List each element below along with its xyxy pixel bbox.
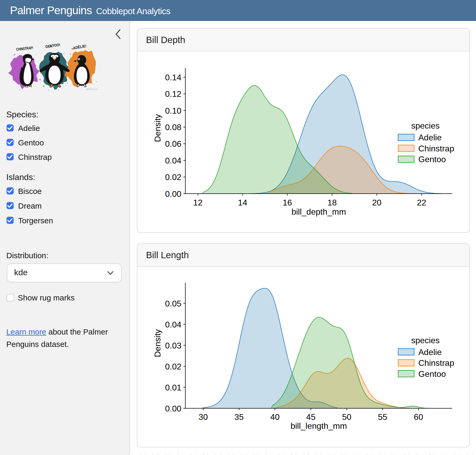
- svg-text:Gentoo: Gentoo: [418, 155, 446, 164]
- svg-text:Density: Density: [153, 329, 162, 357]
- svg-text:0.04: 0.04: [165, 320, 181, 329]
- svg-text:0.08: 0.08: [165, 123, 181, 132]
- svg-text:50: 50: [342, 412, 351, 422]
- svg-text:22: 22: [417, 198, 426, 207]
- svg-text:GENTOO!: GENTOO!: [45, 43, 61, 49]
- svg-text:0.03: 0.03: [165, 341, 181, 350]
- svg-text:55: 55: [378, 412, 387, 422]
- svg-text:45: 45: [306, 412, 316, 422]
- svg-text:Gentoo: Gentoo: [418, 369, 446, 379]
- svg-text:Density: Density: [153, 114, 162, 142]
- svg-text:35: 35: [234, 412, 244, 422]
- svg-text:0.04: 0.04: [165, 156, 181, 165]
- svg-text:species: species: [411, 121, 440, 130]
- svg-text:CHINSTRAP!: CHINSTRAP!: [16, 46, 33, 52]
- svg-text:18: 18: [327, 198, 337, 207]
- svg-text:0.00: 0.00: [165, 404, 181, 413]
- svg-text:12: 12: [193, 198, 203, 207]
- svg-text:14: 14: [238, 198, 247, 207]
- svg-text:@allison_horst: @allison_horst: [86, 88, 98, 90]
- svg-text:Adelie: Adelie: [418, 347, 442, 357]
- svg-text:0.02: 0.02: [165, 172, 181, 182]
- svg-text:0.14: 0.14: [165, 73, 181, 82]
- svg-text:0.02: 0.02: [165, 362, 181, 371]
- svg-text:40: 40: [270, 412, 280, 422]
- svg-text:0.10: 0.10: [165, 106, 181, 115]
- svg-text:species: species: [411, 336, 440, 345]
- svg-text:bill_length_mm: bill_length_mm: [290, 421, 347, 431]
- svg-text:16: 16: [283, 198, 292, 207]
- svg-text:0.00: 0.00: [165, 189, 181, 199]
- svg-text:30: 30: [198, 412, 208, 422]
- svg-text:60: 60: [414, 412, 423, 422]
- svg-text:0.12: 0.12: [165, 89, 181, 99]
- svg-text:0.06: 0.06: [165, 139, 181, 149]
- svg-text:Chinstrap: Chinstrap: [418, 358, 454, 368]
- svg-text:bill_depth_mm: bill_depth_mm: [291, 207, 346, 216]
- svg-text:0.05: 0.05: [165, 299, 181, 308]
- svg-text:0.01: 0.01: [165, 383, 181, 392]
- svg-text:Adelie: Adelie: [418, 133, 442, 142]
- svg-text:20: 20: [372, 198, 382, 207]
- svg-text:ADĒLIE!: ADĒLIE!: [73, 44, 87, 50]
- svg-text:Chinstrap: Chinstrap: [418, 144, 454, 153]
